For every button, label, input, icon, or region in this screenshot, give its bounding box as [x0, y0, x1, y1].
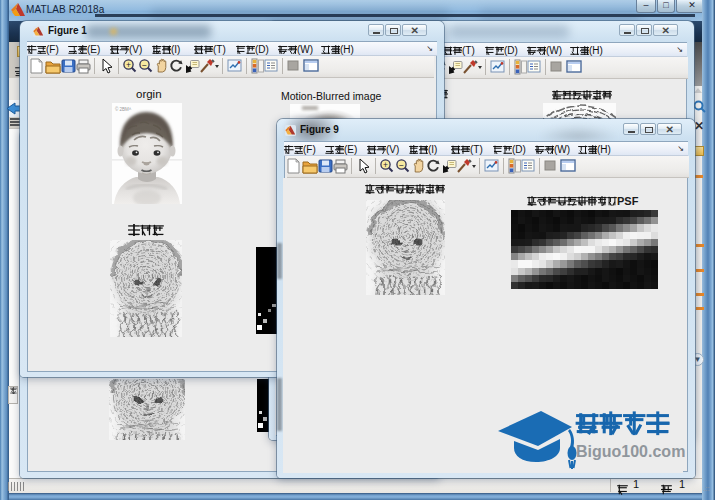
svg-text:+: +	[383, 160, 388, 170]
svg-text:© 2BM˄: © 2BM˄	[115, 106, 132, 112]
svg-text:Biguo100.com: Biguo100.com	[576, 443, 685, 460]
svg-text:−: −	[142, 60, 147, 70]
svg-text:+: +	[126, 60, 131, 70]
svg-text:−: −	[399, 160, 404, 170]
